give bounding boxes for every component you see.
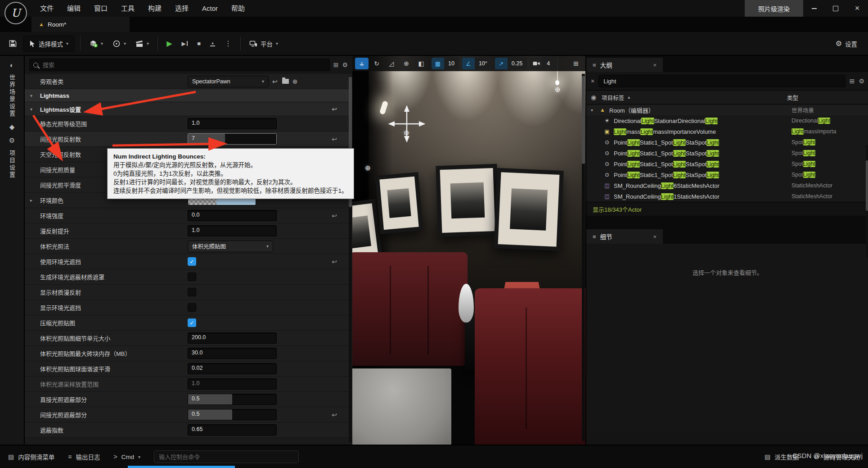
platforms-dropdown[interactable]: 平台 ▾ xyxy=(247,36,281,51)
output-log-button[interactable]: ≡ 输出日志 xyxy=(68,452,100,461)
play-options-button[interactable]: ⋮ xyxy=(222,36,234,51)
menu-item[interactable]: 窗口 xyxy=(87,0,114,17)
type-column-header[interactable]: 类型 xyxy=(787,93,864,102)
scrollbar-thumb[interactable] xyxy=(582,76,585,164)
level-viewport[interactable]: ⊕ ⊕ ⊕ ↔ ↕ ↻ ◿ ⊕ ◧ ▦ 10 xyxy=(352,56,585,445)
close-icon[interactable]: × xyxy=(653,233,657,240)
number-input[interactable]: 1.0 xyxy=(188,225,277,236)
menu-item[interactable]: Actor xyxy=(195,0,225,17)
photoreal-render-button[interactable]: 照片级渲染 xyxy=(745,0,803,17)
scrollbar[interactable] xyxy=(866,145,868,258)
expander-icon[interactable]: ▾ xyxy=(591,108,598,113)
cinematics-button[interactable]: ▾ xyxy=(133,36,152,51)
menu-item[interactable]: 选择 xyxy=(168,0,195,17)
scale-snap-control[interactable]: ↗ 0.25 xyxy=(495,58,526,69)
move-tool-button[interactable]: ↔ ↕ xyxy=(355,58,369,69)
outliner-search-box[interactable] xyxy=(598,75,846,87)
checkbox[interactable] xyxy=(188,288,196,296)
number-input[interactable]: 0.65 xyxy=(188,424,277,436)
outliner-row[interactable]: ▾▲Room（编辑器）世界场景 xyxy=(586,105,868,115)
outliner-row[interactable]: ☀DirectionalLightStationarDirectionalLig… xyxy=(586,115,868,126)
number-input[interactable]: 200.0 xyxy=(188,332,277,344)
number-input[interactable]: 0.5 xyxy=(188,409,277,420)
select-mode-dropdown[interactable]: 选择模式 ▾ xyxy=(23,36,74,52)
close-icon[interactable]: × xyxy=(653,62,657,68)
outliner-row[interactable]: ⊙PointLightStatic1_SpotLightStaSpotLight… xyxy=(586,159,868,169)
scale-snap-value[interactable]: 0.25 xyxy=(508,58,526,69)
camera-speed-value[interactable]: 4 xyxy=(543,58,554,69)
number-input[interactable]: 0.5 xyxy=(188,394,277,405)
clear-search-icon[interactable]: × xyxy=(591,77,594,85)
settings-button[interactable]: ⚙ 设置 xyxy=(833,36,860,51)
close-button[interactable]: × xyxy=(846,0,868,17)
number-input[interactable]: 30.0 xyxy=(188,348,277,359)
outliner-row[interactable]: ◫SM_RoundCeilingLight6StaticMeshActorSta… xyxy=(586,180,868,191)
category-lightmass[interactable]: ▾ Lightmass xyxy=(25,89,352,102)
label-column-header[interactable]: 项目标签 xyxy=(602,93,624,102)
detail-view-options-icon[interactable]: ⊞ xyxy=(333,61,339,68)
rotation-snap-value[interactable]: 10° xyxy=(475,58,491,69)
settings-search-box[interactable] xyxy=(29,59,330,71)
browse-asset-icon[interactable] xyxy=(282,79,289,84)
console-command-input[interactable] xyxy=(154,450,299,463)
eye-icon[interactable]: ◉ xyxy=(591,94,596,101)
reset-to-default-icon[interactable]: ↩ xyxy=(332,136,337,143)
tab-project-settings[interactable]: 项目设置 xyxy=(8,150,16,179)
checkbox[interactable]: ✓ xyxy=(188,257,196,266)
checkbox[interactable]: ✓ xyxy=(188,318,196,327)
scrollbar[interactable] xyxy=(349,76,352,443)
number-input[interactable]: 7 xyxy=(188,133,277,145)
save-button[interactable] xyxy=(6,36,19,51)
dropdown[interactable]: 体积光照贴图▾ xyxy=(188,241,273,252)
menu-item[interactable]: 工具 xyxy=(114,0,141,17)
scrollbar[interactable] xyxy=(582,74,585,441)
outliner-search-input[interactable] xyxy=(603,77,841,85)
checkbox[interactable] xyxy=(188,303,196,312)
menu-item[interactable]: 帮助 xyxy=(225,0,252,17)
reset-to-default-icon[interactable]: ↩ xyxy=(332,411,337,418)
settings-gear-icon[interactable]: ⚙ xyxy=(342,61,348,68)
reset-to-default-icon[interactable]: ↩ xyxy=(332,258,337,265)
tab-world-settings[interactable]: 世界场景设置 xyxy=(8,74,16,118)
level-tab[interactable]: ▲ Room* xyxy=(31,17,130,32)
light-sprite-icon[interactable]: ⊕ xyxy=(365,164,371,172)
grid-snap-control[interactable]: ▦ 10 xyxy=(432,58,459,69)
add-asset-icon[interactable]: ⊕ xyxy=(292,78,298,85)
play-button[interactable]: ▶ xyxy=(164,36,175,51)
expander-icon[interactable]: ▾ xyxy=(30,107,36,112)
rotate-tool-button[interactable]: ↻ xyxy=(370,58,383,69)
outliner-row[interactable]: ⊙PointLightStatic1_SpotLightStaSpotLight… xyxy=(586,169,868,180)
expander-icon[interactable]: ▸ xyxy=(30,198,40,203)
minimize-button[interactable] xyxy=(803,0,825,17)
outliner-settings-icon[interactable]: ⚙ xyxy=(859,77,864,85)
scrollbar-thumb[interactable] xyxy=(866,160,868,211)
menu-item[interactable]: 编辑 xyxy=(60,0,87,17)
surface-snap-button[interactable]: ◧ xyxy=(414,58,428,69)
number-input[interactable]: 1.0 xyxy=(188,378,277,390)
number-input[interactable]: 0.02 xyxy=(188,363,277,374)
eject-button[interactable]: ▴ xyxy=(207,36,218,51)
add-filter-icon[interactable]: ⊞ xyxy=(850,77,855,85)
content-drawer-button[interactable]: ▤ 内容侧滑菜单 xyxy=(8,452,54,461)
use-selected-asset-icon[interactable]: ↩ xyxy=(272,78,278,85)
menu-item[interactable]: 构建 xyxy=(141,0,168,17)
stop-button[interactable]: ■ xyxy=(194,36,203,51)
category-lightmass-settings[interactable]: ▾ Lightmass设置 ↩ xyxy=(25,102,352,116)
tab-details[interactable]: ≡ 细节 × xyxy=(586,229,663,244)
light-sprite-icon[interactable]: ⊕ xyxy=(555,86,561,94)
move-gizmo[interactable] xyxy=(382,99,432,149)
spectator-class-dropdown[interactable]: SpectatorPawn ▾ xyxy=(188,76,269,87)
outliner-row[interactable]: ◫SM_RoundCeilingLight1StaticMeshActorSta… xyxy=(586,191,868,202)
number-input[interactable]: 1.0 xyxy=(188,118,277,129)
frame-skip-button[interactable]: ▶ xyxy=(179,36,190,51)
maximize-button[interactable] xyxy=(825,0,846,17)
number-input[interactable]: 0.0 xyxy=(188,210,277,221)
scale-tool-button[interactable]: ◿ xyxy=(385,58,398,69)
world-local-toggle[interactable]: ⊕ xyxy=(400,58,413,69)
quad-view-button[interactable]: ⊞ xyxy=(569,58,583,69)
checkbox[interactable] xyxy=(188,273,196,281)
camera-speed-control[interactable]: 4 xyxy=(530,58,554,69)
add-actor-button[interactable]: ▾ xyxy=(86,36,106,51)
blueprints-button[interactable]: ▾ xyxy=(110,36,129,51)
outliner-row[interactable]: ⊙PointLightStatic1_SpotLightStaSpotLight… xyxy=(586,137,868,148)
